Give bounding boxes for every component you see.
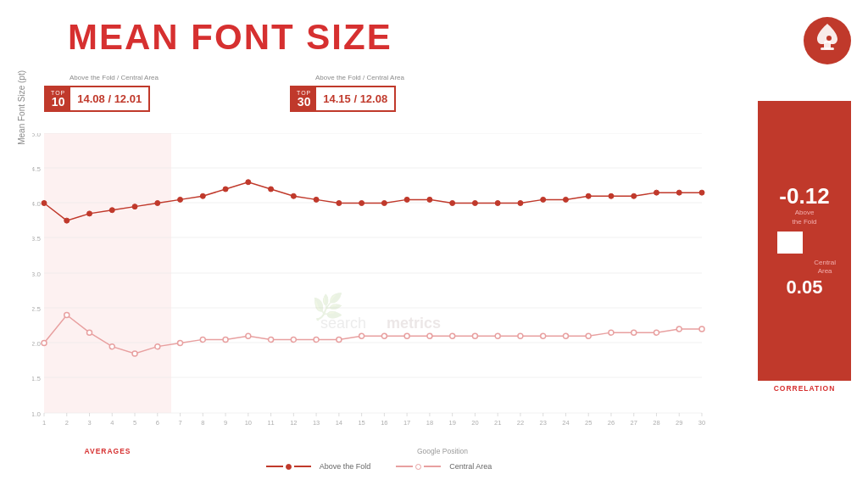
svg-text:25: 25 xyxy=(585,419,592,427)
svg-text:11: 11 xyxy=(267,419,274,427)
svg-text:17: 17 xyxy=(403,419,410,427)
svg-point-95 xyxy=(246,180,251,185)
correlation-above-fold-label: Abovethe Fold xyxy=(793,209,817,226)
svg-point-88 xyxy=(87,211,92,216)
svg-point-108 xyxy=(541,197,546,202)
svg-point-110 xyxy=(586,193,591,198)
svg-point-102 xyxy=(404,197,409,202)
svg-point-117 xyxy=(64,313,70,318)
svg-text:8: 8 xyxy=(201,419,204,427)
svg-point-135 xyxy=(472,333,477,338)
svg-text:3: 3 xyxy=(87,419,91,427)
svg-text:2: 2 xyxy=(65,419,69,427)
legend-above-fold-label: Above the Fold xyxy=(320,462,371,471)
svg-text:11.0: 11.0 xyxy=(32,410,42,418)
svg-point-121 xyxy=(155,344,160,349)
svg-text:20: 20 xyxy=(471,419,478,427)
top10-number: 10 xyxy=(52,96,65,108)
svg-point-131 xyxy=(381,333,387,338)
svg-text:21: 21 xyxy=(494,419,501,427)
top10-above-label: Above the Fold / Central Area xyxy=(70,74,159,81)
svg-point-113 xyxy=(654,190,659,195)
svg-point-140 xyxy=(586,333,591,338)
svg-text:6: 6 xyxy=(156,419,159,427)
svg-point-90 xyxy=(132,204,137,209)
google-position-label: Google Position xyxy=(171,447,714,455)
chart-svg-container: 15.0 14.5 14.0 13.5 13.0 12.5 12.0 xyxy=(32,133,754,447)
svg-text:10: 10 xyxy=(245,419,252,427)
svg-text:14.0: 14.0 xyxy=(32,200,42,208)
svg-point-99 xyxy=(337,201,342,206)
svg-text:18: 18 xyxy=(426,419,433,427)
svg-point-139 xyxy=(563,333,568,338)
svg-text:🌿: 🌿 xyxy=(312,292,344,322)
svg-text:14: 14 xyxy=(336,419,342,427)
svg-text:14.5: 14.5 xyxy=(32,165,42,173)
svg-point-104 xyxy=(450,201,455,206)
correlation-bar xyxy=(777,232,803,254)
main-chart-svg: 15.0 14.5 14.0 13.5 13.0 12.5 12.0 xyxy=(32,133,744,447)
svg-point-142 xyxy=(632,330,637,335)
page-title: MEAN FONT SIZE xyxy=(68,17,851,58)
svg-text:4: 4 xyxy=(110,419,114,427)
svg-point-100 xyxy=(359,201,364,206)
svg-point-119 xyxy=(109,344,114,349)
svg-text:13.0: 13.0 xyxy=(32,271,42,278)
svg-point-115 xyxy=(699,190,704,195)
svg-point-86 xyxy=(42,201,47,206)
svg-point-124 xyxy=(223,337,228,342)
svg-point-3 xyxy=(826,36,832,41)
svg-point-129 xyxy=(337,337,342,342)
svg-text:5: 5 xyxy=(133,419,136,427)
correlation-panel: -0.12 Abovethe Fold CentralArea 0.05 xyxy=(758,101,851,381)
svg-point-112 xyxy=(632,193,637,198)
chart-wrapper: Above the Fold / Central Area TOP 10 14.… xyxy=(32,62,754,471)
svg-point-128 xyxy=(314,337,319,342)
svg-text:26: 26 xyxy=(608,419,615,427)
svg-text:13: 13 xyxy=(313,419,320,427)
svg-point-144 xyxy=(676,326,682,332)
correlation-central-area-value: 0.05 xyxy=(787,278,823,297)
svg-point-98 xyxy=(314,197,319,202)
svg-text:15: 15 xyxy=(358,419,364,427)
svg-text:15.0: 15.0 xyxy=(32,133,42,138)
averages-label: AVERAGES xyxy=(44,447,171,455)
svg-text:13.5: 13.5 xyxy=(32,235,42,243)
top10-value: 14.08 / 12.01 xyxy=(70,87,148,110)
svg-text:12: 12 xyxy=(290,419,297,427)
svg-point-141 xyxy=(609,330,614,335)
svg-text:27: 27 xyxy=(631,419,637,427)
svg-point-123 xyxy=(200,337,205,342)
svg-point-106 xyxy=(495,201,500,206)
svg-point-116 xyxy=(42,341,47,346)
svg-text:16: 16 xyxy=(381,419,387,427)
svg-point-133 xyxy=(427,333,432,338)
svg-text:metrics: metrics xyxy=(387,315,441,332)
svg-point-111 xyxy=(609,193,614,198)
y-axis-label: Mean Font Size (pt) xyxy=(17,70,32,145)
svg-text:29: 29 xyxy=(676,419,682,427)
top30-above-label: Above the Fold / Central Area xyxy=(315,74,404,81)
svg-point-127 xyxy=(291,337,296,342)
svg-point-120 xyxy=(132,351,137,356)
top10-badge: Above the Fold / Central Area TOP 10 14.… xyxy=(44,74,159,112)
top30-value: 14.15 / 12.08 xyxy=(316,87,394,110)
svg-point-138 xyxy=(541,333,546,338)
svg-text:19: 19 xyxy=(448,419,455,427)
legend: Above the Fold Central Area xyxy=(44,462,714,471)
svg-point-136 xyxy=(495,333,500,338)
svg-point-91 xyxy=(155,201,160,206)
svg-point-114 xyxy=(676,190,682,195)
svg-text:7: 7 xyxy=(178,419,181,427)
legend-central-area: Central Area xyxy=(396,462,492,471)
svg-text:30: 30 xyxy=(698,419,705,427)
svg-point-132 xyxy=(404,333,409,338)
svg-text:9: 9 xyxy=(224,419,227,427)
top-right-logo xyxy=(802,15,853,66)
svg-point-125 xyxy=(246,333,251,338)
svg-point-101 xyxy=(381,201,387,206)
page-container: MEAN FONT SIZE Mean Font Size (pt) Above… xyxy=(0,0,868,491)
legend-above-fold: Above the Fold xyxy=(266,462,371,471)
top30-number: 30 xyxy=(298,96,311,108)
below-axis-row: AVERAGES Google Position xyxy=(44,447,714,455)
